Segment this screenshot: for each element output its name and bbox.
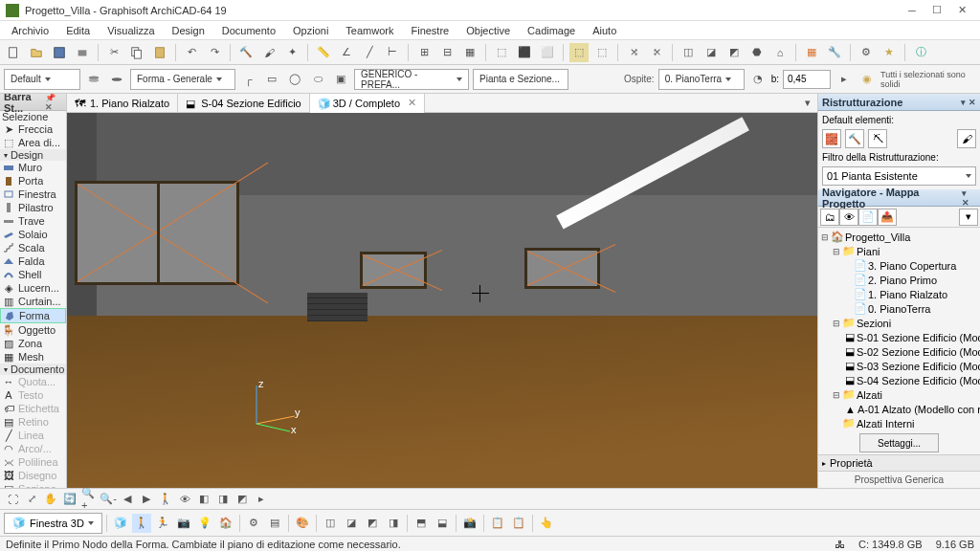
line-tool-icon[interactable]: ╱ <box>360 43 379 62</box>
bt-light-icon[interactable]: 💡 <box>195 514 214 533</box>
xfer1-icon[interactable]: ⤨ <box>624 43 643 62</box>
demolish-icon[interactable]: ⛏ <box>868 129 887 148</box>
vp-misc1-icon[interactable]: ◧ <box>195 491 212 508</box>
vp-pan-icon[interactable]: ✋ <box>42 491 59 508</box>
bt-copy-icon[interactable]: 📋 <box>488 514 507 533</box>
open-file-icon[interactable] <box>27 43 46 62</box>
print-icon[interactable] <box>73 43 92 62</box>
bt-hand-icon[interactable]: 👆 <box>537 514 556 533</box>
tree-s03[interactable]: ⬓S-03 Sezione Edificio (Modello <box>820 359 978 373</box>
box1-icon[interactable]: ◫ <box>679 43 698 62</box>
default-dropdown[interactable]: Default <box>4 69 80 90</box>
tool-forma[interactable]: Forma <box>0 308 66 323</box>
collapse-icon[interactable]: ▾ ✕ <box>961 98 976 107</box>
menu-visualizza[interactable]: Visualizza <box>100 23 162 38</box>
shape4-icon[interactable]: ⬭ <box>308 70 327 89</box>
tool-zona[interactable]: ▨Zona <box>0 337 66 350</box>
section-documento[interactable]: ▾Documento <box>0 364 66 375</box>
tool-selezione[interactable]: Selezione <box>0 111 66 122</box>
tool-arco[interactable]: ◠Arco/... <box>0 442 66 455</box>
vp-zoom-in-icon[interactable]: 🔍+ <box>80 491 98 508</box>
tool-mesh[interactable]: ▦Mesh <box>0 350 66 364</box>
tool-linea[interactable]: ╱Linea <box>0 429 66 442</box>
tool-trave[interactable]: Trave <box>0 214 66 228</box>
section-design[interactable]: ▾Design <box>0 149 66 161</box>
minimize-button[interactable]: ─ <box>900 2 924 19</box>
tree-s01[interactable]: ⬓S-01 Sezione Edificio (Modello <box>820 330 978 344</box>
nav-view-icon[interactable]: 👁 <box>839 209 858 226</box>
tree-piani[interactable]: ⊟📁Piani <box>820 244 978 258</box>
bt-photo-icon[interactable]: 📸 <box>460 514 479 533</box>
tool-quota[interactable]: ↔Quota... <box>0 375 66 388</box>
settaggi-button[interactable]: Settaggi... <box>859 433 939 452</box>
piano-dropdown[interactable]: 0. PianoTerra <box>658 69 745 90</box>
tool-testo[interactable]: ATesto <box>0 388 66 402</box>
vp-prev-icon[interactable]: ◀ <box>119 491 136 508</box>
grid-icon[interactable]: ▦ <box>460 43 479 62</box>
render2-icon[interactable]: ⬚ <box>592 43 612 62</box>
filter-dropdown[interactable]: 01 Pianta Esistente <box>822 166 976 186</box>
hammer2-icon[interactable]: 🔨 <box>845 129 864 148</box>
box2-icon[interactable]: ◪ <box>702 43 721 62</box>
paint-icon[interactable]: 🖌 <box>957 129 976 148</box>
align1-icon[interactable]: ⊞ <box>414 43 434 62</box>
measure-icon[interactable]: 📏 <box>314 43 333 62</box>
bt-cube-icon[interactable]: 🧊 <box>111 514 130 533</box>
menu-archivio[interactable]: Archivio <box>4 23 56 38</box>
bt-box3-icon[interactable]: ◩ <box>363 514 382 533</box>
tool-polilinea[interactable]: ⩙Polilinea <box>0 455 66 469</box>
tool-porta[interactable]: Porta <box>0 174 66 187</box>
vp-misc2-icon[interactable]: ◨ <box>214 491 232 508</box>
tool-shell[interactable]: Shell <box>0 268 66 281</box>
tree-s04[interactable]: ⬓S-04 Sezione Edificio (Modello <box>820 373 978 387</box>
grid2-icon[interactable]: ▦ <box>802 43 821 62</box>
help-icon[interactable]: ⓘ <box>911 43 930 62</box>
align2-icon[interactable]: ⊟ <box>437 43 457 62</box>
tree-piano-3[interactable]: 📄3. Piano Copertura <box>820 258 978 273</box>
tab-3d[interactable]: 🧊3D / Completo✕ <box>310 94 425 113</box>
bt-run-icon[interactable]: 🏃 <box>153 514 172 533</box>
tree-s02[interactable]: ⬓S-02 Sezione Edificio (Modello <box>820 344 978 359</box>
tool-finestra[interactable]: Finestra <box>0 187 66 201</box>
tab-menu-icon[interactable]: ▾ <box>798 94 817 113</box>
shape1-icon[interactable]: ┌ <box>239 70 258 89</box>
menu-teamwork[interactable]: Teamwork <box>338 23 401 38</box>
brick-icon[interactable]: 🧱 <box>822 129 841 148</box>
paste-icon[interactable] <box>150 43 169 62</box>
tool-muro[interactable]: Muro <box>0 161 66 174</box>
tool-falda[interactable]: Falda <box>0 254 66 268</box>
generico-dropdown[interactable]: GENERICO - PREFA... <box>354 69 469 90</box>
bt-camera-icon[interactable]: 📷 <box>174 514 193 533</box>
angle-icon[interactable]: ∠ <box>337 43 356 62</box>
material-icon[interactable]: ▣ <box>331 70 350 89</box>
pin-icon[interactable]: 📌 ✕ <box>45 94 62 112</box>
render1-icon[interactable]: ⬚ <box>569 43 589 62</box>
vp-look-icon[interactable]: 👁 <box>176 491 193 508</box>
maximize-button[interactable]: ☐ <box>924 2 949 19</box>
undo-icon[interactable]: ↶ <box>182 43 201 62</box>
menu-objective[interactable]: Objective <box>458 23 518 38</box>
angle-dial-icon[interactable]: ◔ <box>748 70 768 89</box>
ristr-header[interactable]: Ristrutturazione▾ ✕ <box>818 94 980 111</box>
tree-piano-0[interactable]: 📄0. PianoTerra <box>820 301 978 316</box>
bt-home-icon[interactable]: 🏠 <box>216 514 235 533</box>
copy-icon[interactable] <box>127 43 146 62</box>
bt-box1-icon[interactable]: ◫ <box>321 514 340 533</box>
hammer-icon[interactable]: 🔨 <box>236 43 256 62</box>
nav-pub-icon[interactable]: 📤 <box>878 209 897 226</box>
shape3-icon[interactable]: ◯ <box>285 70 304 89</box>
collapse-icon[interactable]: ▾ ✕ <box>962 188 976 208</box>
pianta-dropdown[interactable]: Pianta e Sezione... <box>473 69 568 90</box>
menu-design[interactable]: Design <box>165 23 212 38</box>
attach-icon[interactable]: ⊢ <box>383 43 402 62</box>
3d-viewport[interactable]: z y x <box>67 113 817 488</box>
tool-oggetto[interactable]: 🪑Oggetto <box>0 323 66 337</box>
bt-box2-icon[interactable]: ◪ <box>342 514 361 533</box>
tool-etichetta[interactable]: 🏷Etichetta <box>0 402 66 415</box>
menu-opzioni[interactable]: Opzioni <box>285 23 336 38</box>
nav-project-icon[interactable]: 🗂 <box>820 209 839 226</box>
bt-paste-icon[interactable]: 📋 <box>509 514 528 533</box>
bt-plane1-icon[interactable]: ⬒ <box>412 514 431 533</box>
close-icon[interactable]: ✕ <box>408 97 416 109</box>
bt-gear-icon[interactable]: ⚙ <box>244 514 263 533</box>
